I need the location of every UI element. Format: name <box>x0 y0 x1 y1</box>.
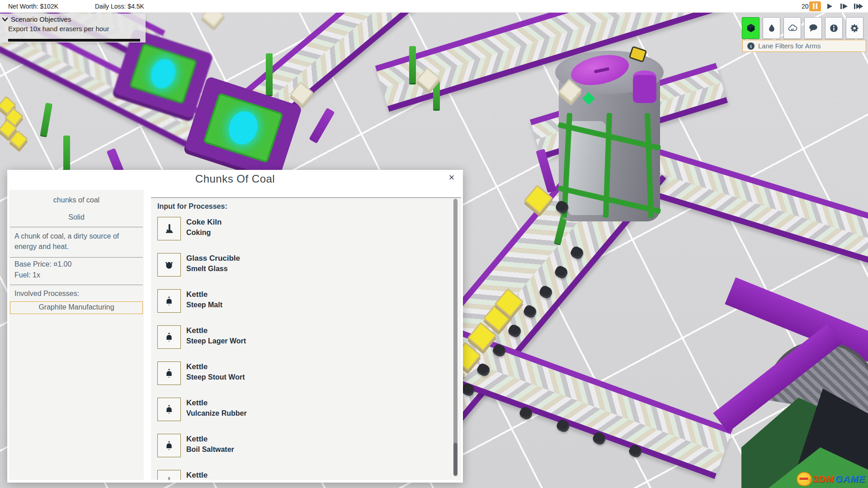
overlay-toolbar <box>742 17 863 39</box>
item-info-panel: chunks of coal Solid A chunk of coal, a … <box>9 190 144 480</box>
gear-icon <box>850 23 859 33</box>
top-status-bar: Net Worth: $102K Daily Loss: $4.5K 20:30 <box>0 0 868 13</box>
objective-progress-fill <box>8 39 140 42</box>
chat-bubble-icon <box>808 23 818 33</box>
chat-button[interactable] <box>804 17 822 39</box>
process-row[interactable]: Kettle Steep Malt <box>157 289 455 325</box>
process-machine: Kettle <box>186 398 247 408</box>
process-name: Smelt Glass <box>186 264 240 274</box>
item-description: A chunk of coal, a dirty source of energ… <box>9 227 144 257</box>
dialog-title: Chunks Of Coal <box>7 173 463 185</box>
scrollbar-track[interactable] <box>453 199 458 476</box>
involved-process-button[interactable]: Graphite Manufacturing <box>10 301 143 314</box>
droplet-icon <box>767 23 776 33</box>
fastest-forward-button[interactable] <box>853 1 864 11</box>
time-controls <box>809 1 864 11</box>
process-row[interactable]: Kettle Steep Stout Wort <box>157 361 455 398</box>
liquids-overlay-button[interactable] <box>763 17 780 39</box>
process-name: Steep Lager Wort <box>186 336 246 346</box>
process-machine: Kettle <box>186 362 245 372</box>
info-panel-button[interactable] <box>825 17 843 39</box>
process-row[interactable]: Glass Crucible Smelt Glass <box>157 253 455 289</box>
kettle-icon[interactable] <box>157 325 181 349</box>
belt-support <box>433 81 440 109</box>
kettle-icon[interactable] <box>157 470 181 480</box>
scenario-objectives-panel: Scenario Objectives Export 10x hand eras… <box>0 14 146 42</box>
process-name: Steep Malt <box>186 300 222 310</box>
kettle-icon[interactable] <box>157 434 181 457</box>
watermark: 3DM GAME <box>797 472 865 486</box>
input-for-processes-label: Input for Processes: <box>157 202 455 211</box>
storage-tank <box>555 45 664 221</box>
item-fuel: Fuel: 1x <box>9 268 144 285</box>
item-base-price: Base Price: ¤1.00 <box>9 258 144 268</box>
pause-button[interactable] <box>809 1 821 11</box>
process-row[interactable]: Kettle <box>157 470 455 480</box>
item-name: chunks of coal <box>9 190 144 204</box>
kettle-icon[interactable] <box>157 289 181 313</box>
process-row[interactable]: Kettle Steep Lager Wort <box>157 325 455 361</box>
daily-loss-value: Daily Loss: $4.5K <box>95 3 144 10</box>
kettle-icon[interactable] <box>157 398 181 421</box>
conveyor-belt <box>443 330 733 479</box>
process-name: Boil Saltwater <box>186 445 234 455</box>
crucible-icon[interactable] <box>157 253 181 277</box>
belt-support <box>63 136 70 174</box>
gas-cloud-icon <box>788 23 797 33</box>
belt-support <box>266 53 273 95</box>
play-button[interactable] <box>824 1 835 11</box>
process-machine: Kettle <box>186 290 222 300</box>
info-icon: i <box>747 42 755 50</box>
process-machine: Coke Kiln <box>186 217 222 228</box>
process-machine: Kettle <box>186 470 208 480</box>
chevron-down-icon[interactable] <box>2 17 8 22</box>
belt-support <box>409 46 416 83</box>
cube-icon <box>746 23 756 33</box>
objective-goal-text: Export 10x hand erasers per hour <box>0 23 146 33</box>
lane-filters-label: Lane Filters for Arms <box>758 42 821 50</box>
process-name: Vulcanize Rubber <box>186 408 247 418</box>
process-machine: Glass Crucible <box>186 253 240 264</box>
item-state: Solid <box>9 204 144 227</box>
settings-button[interactable] <box>846 17 863 39</box>
info-icon <box>829 23 839 33</box>
objective-progress-bar <box>8 39 140 42</box>
process-row[interactable]: Coke Kiln Coking <box>157 217 455 253</box>
game-window: 3DM GAME Net Worth: $102K Daily Loss: $4… <box>0 0 868 488</box>
process-name: Coking <box>186 228 222 238</box>
items-overlay-button[interactable] <box>742 17 760 39</box>
process-row[interactable]: Kettle Boil Saltwater <box>157 434 455 470</box>
process-name: Steep Stout Wort <box>186 372 245 382</box>
belt-support <box>40 103 52 136</box>
robot-arm <box>309 108 335 143</box>
involved-processes-label: Involved Processes: <box>9 285 144 300</box>
item-dialog: Chunks Of Coal × chunks of coal Solid A … <box>7 170 463 483</box>
lane-filters-tooltip: i Lane Filters for Arms <box>742 40 866 52</box>
bird-mascot-icon <box>797 472 812 486</box>
scenario-objectives-header[interactable]: Scenario Objectives <box>0 14 146 23</box>
net-worth-value: Net Worth: $102K <box>8 3 58 10</box>
process-machine: Kettle <box>186 326 246 336</box>
watermark-game: GAME <box>835 474 865 484</box>
watermark-3dm: 3DM <box>813 474 834 484</box>
kettle-icon[interactable] <box>157 361 181 385</box>
coke-kiln-icon[interactable] <box>157 217 181 240</box>
fast-forward-button[interactable] <box>838 1 850 11</box>
close-icon[interactable]: × <box>446 173 458 184</box>
scrollbar-thumb[interactable] <box>453 443 458 475</box>
input-processes-panel: Input for Processes: Coke Kiln Coking <box>151 197 461 480</box>
process-machine: Kettle <box>186 434 234 445</box>
process-row[interactable]: Kettle Vulcanize Rubber <box>157 398 455 434</box>
gas-overlay-button[interactable] <box>783 17 801 39</box>
objectives-title: Scenario Objectives <box>11 15 71 23</box>
